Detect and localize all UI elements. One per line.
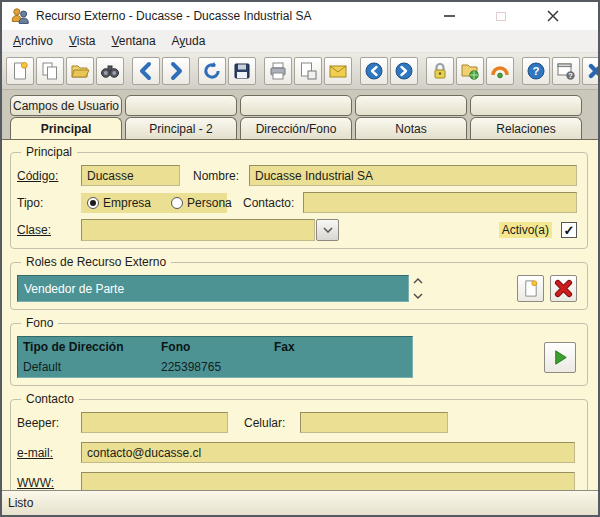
clase-combobox-value xyxy=(81,219,315,241)
radio-empresa[interactable]: Empresa xyxy=(87,196,151,210)
role-item[interactable]: Vendedor de Parte xyxy=(24,282,124,296)
search-binoculars-button[interactable] xyxy=(96,57,124,85)
mail-button[interactable] xyxy=(324,57,352,85)
clase-combobox[interactable] xyxy=(81,219,339,241)
maximize-button[interactable] xyxy=(486,6,516,26)
tab-principal-2[interactable]: Principal - 2 xyxy=(125,117,237,139)
tipo-radio-group: Empresa Persona xyxy=(81,193,227,213)
menu-bar: Archivo Vista Ventana Ayuda xyxy=(2,30,598,53)
print-preview-button[interactable] xyxy=(294,57,322,85)
fono-table-row[interactable]: Default 225398765 xyxy=(18,357,412,377)
tab-strip: Campos de Usuario Principal Principal - … xyxy=(2,90,598,139)
window-controls xyxy=(434,6,568,26)
nombre-label: Nombre: xyxy=(193,169,249,183)
cell-tipo: Default xyxy=(23,360,161,374)
col-tipo-direccion: Tipo de Dirección xyxy=(23,340,161,354)
copy-button[interactable] xyxy=(36,57,64,85)
back-button[interactable] xyxy=(360,57,388,85)
menu-vista[interactable]: Vista xyxy=(61,32,103,50)
svg-text:?: ? xyxy=(568,71,573,80)
search-binoculars-icon xyxy=(100,61,120,81)
email-input[interactable] xyxy=(81,442,575,463)
save-icon xyxy=(232,61,252,81)
tipo-label: Tipo: xyxy=(17,196,81,210)
activo-checkbox[interactable]: ✓ xyxy=(561,222,577,238)
previous-record-button[interactable] xyxy=(132,57,160,85)
nombre-input[interactable] xyxy=(249,165,577,186)
close-icon xyxy=(546,9,560,23)
refresh-button[interactable] xyxy=(198,57,226,85)
clase-label[interactable]: Clase: xyxy=(17,223,81,237)
spinner-up-icon[interactable] xyxy=(413,278,423,284)
menu-ventana[interactable]: Ventana xyxy=(104,32,164,50)
help-button[interactable]: ? xyxy=(522,57,550,85)
delete-role-button[interactable] xyxy=(550,275,577,302)
chevron-left-icon xyxy=(136,61,156,81)
exit-button[interactable] xyxy=(582,57,600,85)
tab-notas[interactable]: Notas xyxy=(355,117,467,139)
tab-blank-2[interactable] xyxy=(240,95,352,116)
tab-blank-4[interactable] xyxy=(470,95,582,116)
exit-x-icon xyxy=(586,61,600,81)
codigo-input[interactable] xyxy=(81,165,180,186)
fono-table[interactable]: Tipo de Dirección Fono Fax Default 22539… xyxy=(17,336,413,378)
sunrise-button[interactable] xyxy=(486,57,514,85)
email-label[interactable]: e-mail: xyxy=(17,446,81,460)
spinner-down-icon[interactable] xyxy=(413,293,423,299)
new-record-icon xyxy=(521,279,540,298)
folder-permissions-button[interactable] xyxy=(456,57,484,85)
print-icon xyxy=(268,61,288,81)
play-icon xyxy=(551,348,570,367)
clase-dropdown-button[interactable] xyxy=(316,219,339,241)
lock-icon xyxy=(430,61,450,81)
roles-scroll-spinner[interactable] xyxy=(409,275,427,302)
activo-label: Activo(a) xyxy=(499,222,552,238)
contacto-input[interactable] xyxy=(303,192,577,213)
www-input[interactable] xyxy=(81,472,575,490)
tab-blank-1[interactable] xyxy=(125,95,237,116)
tab-direccion-fono[interactable]: Dirección/Fono xyxy=(240,117,352,139)
codigo-label[interactable]: Código: xyxy=(17,169,81,183)
menu-ayuda[interactable]: Ayuda xyxy=(164,32,214,50)
tab-blank-3[interactable] xyxy=(355,95,467,116)
celular-label: Celular: xyxy=(244,416,300,430)
radio-persona[interactable]: Persona xyxy=(171,196,232,210)
group-principal: Principal Código: Nombre: Tipo: Empresa … xyxy=(10,152,588,249)
beeper-input[interactable] xyxy=(81,412,228,433)
celular-input[interactable] xyxy=(300,412,448,433)
new-document-button[interactable] xyxy=(6,57,34,85)
close-button[interactable] xyxy=(538,6,568,26)
minimize-icon xyxy=(444,15,455,17)
window-title: Recurso Externo - Ducasse - Ducasse Indu… xyxy=(36,9,434,23)
contacto-label: Contacto: xyxy=(243,196,303,210)
save-button[interactable] xyxy=(228,57,256,85)
tab-relaciones[interactable]: Relaciones xyxy=(470,117,582,139)
print-button[interactable] xyxy=(264,57,292,85)
www-label[interactable]: WWW: xyxy=(17,476,81,490)
lock-button[interactable] xyxy=(426,57,454,85)
menu-archivo[interactable]: Archivo xyxy=(5,32,61,50)
context-help-button[interactable]: ? xyxy=(552,57,580,85)
title-bar: Recurso Externo - Ducasse - Ducasse Indu… xyxy=(2,2,598,30)
svg-text:?: ? xyxy=(532,65,539,77)
copy-icon xyxy=(40,61,60,81)
next-record-button[interactable] xyxy=(162,57,190,85)
tab-campos-de-usuario[interactable]: Campos de Usuario xyxy=(10,95,122,116)
chevron-right-icon xyxy=(166,61,186,81)
add-role-button[interactable] xyxy=(517,275,544,302)
minimize-button[interactable] xyxy=(434,6,464,26)
cell-fono: 225398765 xyxy=(161,360,274,374)
chevron-down-icon xyxy=(323,227,333,233)
dial-button[interactable] xyxy=(544,342,576,373)
col-fax: Fax xyxy=(274,340,412,354)
app-users-icon xyxy=(10,6,30,26)
radio-persona-dot xyxy=(171,197,183,209)
group-fono-legend: Fono xyxy=(21,316,58,330)
roles-listbox[interactable]: Vendedor de Parte xyxy=(17,275,409,302)
tab-principal[interactable]: Principal xyxy=(10,117,122,139)
print-preview-icon xyxy=(298,61,318,81)
open-folder-icon xyxy=(70,61,90,81)
group-roles-legend: Roles de Recurso Externo xyxy=(21,255,171,269)
forward-button[interactable] xyxy=(390,57,418,85)
open-folder-button[interactable] xyxy=(66,57,94,85)
